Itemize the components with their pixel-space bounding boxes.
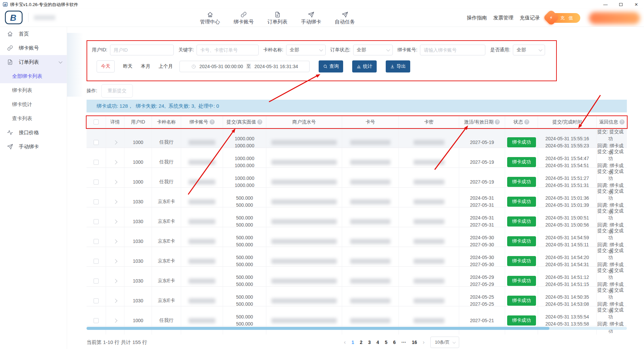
- nav-manual-bind[interactable]: 手动绑卡: [300, 9, 323, 27]
- blurred-merchant-flow: [271, 318, 337, 323]
- table-row[interactable]: 1030 京东E卡 500.000500.000 2024-05-302027-…: [87, 227, 627, 247]
- app-mini-logo-icon: B: [3, 2, 8, 7]
- expand-row-icon[interactable]: [113, 279, 117, 283]
- maximize-button[interactable]: [613, 0, 629, 9]
- sidebar-item-bind-account[interactable]: 绑卡账号: [0, 41, 67, 55]
- help-icon[interactable]: ?: [620, 119, 625, 124]
- help-icon[interactable]: ?: [257, 119, 262, 124]
- sidebar-item-home[interactable]: 首页: [0, 27, 67, 41]
- table-row[interactable]: 1000 任我行 500.000500.000 2027-05-21 绑卡成功 …: [87, 306, 627, 326]
- bar-chart-icon: [357, 64, 361, 69]
- filter-panel: 用户ID: 关键字: 卡种名称: 全部 订单状态: 全部 绑卡账号: 是否通用:…: [87, 40, 557, 81]
- help-icon[interactable]: ?: [210, 119, 215, 124]
- expand-row-icon[interactable]: [113, 239, 117, 244]
- range-last-month-button[interactable]: 上个月: [159, 63, 173, 69]
- nav-bind-account[interactable]: 绑卡账号: [232, 9, 255, 27]
- bind-account-input[interactable]: [420, 45, 485, 55]
- sidebar-item-bind-list[interactable]: 绑卡列表: [0, 83, 67, 97]
- sidebar: 首页 绑卡账号 订单列表 全部绑卡列表 绑卡列表 绑卡统计 查卡列表 接口价格 …: [0, 27, 67, 349]
- horizontal-scrollbar[interactable]: [87, 327, 627, 330]
- minimize-button[interactable]: —: [598, 0, 613, 9]
- page-number[interactable]: 2: [360, 340, 363, 345]
- page-number[interactable]: 4: [376, 340, 379, 345]
- help-icon[interactable]: ?: [495, 119, 500, 124]
- next-page-icon[interactable]: ›: [423, 339, 425, 346]
- blurred-card-no: [350, 219, 390, 224]
- date-range-input[interactable]: 2024-05-31 00:00:00 至 2024-05-31 16:31:3…: [179, 61, 310, 72]
- page-ellipsis[interactable]: ···: [401, 340, 406, 345]
- expand-row-icon[interactable]: [113, 140, 117, 145]
- sidebar-item-order-list[interactable]: 订单列表: [0, 55, 67, 69]
- table-row[interactable]: 1000 任我行 1000.0001000.000 2027-05-19 绑卡成…: [87, 148, 627, 168]
- page-size-select[interactable]: 10条/页: [430, 337, 459, 348]
- page-number[interactable]: 3: [368, 340, 371, 345]
- row-checkbox[interactable]: [94, 199, 99, 204]
- status-badge: 绑卡成功: [507, 137, 536, 147]
- page-number[interactable]: 1: [352, 340, 354, 345]
- sidebar-item-manual-bind[interactable]: 手动绑卡: [0, 140, 67, 154]
- blurred-bind-account: [189, 160, 215, 165]
- send-icon: [341, 11, 348, 18]
- blurred-card-no: [350, 279, 390, 284]
- link-recharge-records[interactable]: 充值记录: [520, 15, 540, 21]
- keyword-input[interactable]: [197, 45, 259, 55]
- row-checkbox[interactable]: [94, 298, 99, 303]
- universal-select[interactable]: 全部: [513, 45, 545, 55]
- row-checkbox[interactable]: [94, 279, 99, 284]
- sidebar-item-all-bind-list[interactable]: 全部绑卡列表: [0, 69, 67, 83]
- nav-order-list[interactable]: 订单列表: [266, 9, 289, 27]
- select-all-checkbox[interactable]: [94, 119, 99, 124]
- table-row[interactable]: 1000 任我行 1000.0001000.000 2027-05-19 绑卡成…: [87, 168, 627, 188]
- expand-row-icon[interactable]: [113, 219, 117, 224]
- export-button[interactable]: 导出: [386, 60, 410, 72]
- expand-row-icon[interactable]: [113, 180, 117, 184]
- scrollbar-thumb[interactable]: [87, 327, 549, 330]
- table-row[interactable]: 1030 京东E卡 500.000500.000 2024-05-312027-…: [87, 188, 627, 207]
- user-id-input[interactable]: [110, 45, 174, 55]
- expand-row-icon[interactable]: [113, 200, 117, 204]
- expand-row-icon[interactable]: [113, 160, 117, 164]
- row-checkbox[interactable]: [94, 219, 99, 224]
- row-checkbox[interactable]: [94, 318, 99, 323]
- row-checkbox[interactable]: [94, 239, 99, 244]
- link-invoice-management[interactable]: 发票管理: [493, 15, 513, 21]
- table-row[interactable]: 1030 京东E卡 500.000500.000 2024-05-312027-…: [87, 207, 627, 227]
- expand-row-icon[interactable]: [113, 299, 117, 303]
- sidebar-item-api-price[interactable]: 接口价格: [0, 126, 67, 140]
- resubmit-button[interactable]: 重新提交: [101, 84, 133, 98]
- nav-admin-center[interactable]: 管理中心: [199, 9, 221, 27]
- send-icon: [308, 11, 315, 18]
- recharge-button[interactable]: ⚡ 充 值: [551, 13, 580, 23]
- table-row[interactable]: 1030 京东E卡 500.000500.000 2024-05-292027-…: [87, 267, 627, 287]
- link-operation-guide[interactable]: 操作指南: [467, 15, 487, 21]
- page-number[interactable]: 16: [412, 340, 417, 345]
- row-checkbox[interactable]: [94, 160, 99, 165]
- clock-icon: [191, 64, 196, 69]
- table-row[interactable]: 1030 京东E卡 500.000500.000 2024-05-302027-…: [87, 247, 627, 267]
- row-checkbox[interactable]: [94, 140, 99, 145]
- order-status-select[interactable]: 全部: [353, 45, 393, 55]
- range-this-month-button[interactable]: 本月: [141, 63, 150, 69]
- stats-button[interactable]: 统计: [352, 60, 377, 72]
- close-button[interactable]: ✕: [629, 0, 644, 9]
- expand-row-icon[interactable]: [113, 259, 117, 263]
- page-number[interactable]: 6: [393, 340, 396, 345]
- blurred-merchant-flow: [271, 180, 337, 185]
- card-type-select[interactable]: 全部: [286, 45, 326, 55]
- expand-row-icon[interactable]: [113, 318, 117, 323]
- nav-auto-task[interactable]: 自动任务: [333, 9, 356, 27]
- sidebar-item-bind-stats[interactable]: 绑卡统计: [0, 97, 67, 111]
- blurred-account-button[interactable]: [589, 12, 640, 24]
- row-checkbox[interactable]: [94, 259, 99, 264]
- search-button[interactable]: 查询: [319, 60, 343, 72]
- table-row[interactable]: 1030 京东E卡 500.000500.000 2024-05-252027-…: [87, 287, 627, 306]
- range-yesterday-button[interactable]: 昨天: [123, 63, 132, 69]
- prev-page-icon[interactable]: ‹: [344, 339, 346, 346]
- help-icon[interactable]: ?: [524, 119, 529, 124]
- chevron-down-icon: [386, 48, 390, 51]
- sidebar-item-card-query-list[interactable]: 查卡列表: [0, 111, 67, 126]
- table-row[interactable]: 1000 任我行 1000.0001000.000 2027-05-19 绑卡成…: [87, 128, 627, 148]
- row-checkbox[interactable]: [94, 180, 99, 185]
- range-today-button[interactable]: 今天: [97, 60, 115, 72]
- page-number[interactable]: 5: [385, 340, 387, 345]
